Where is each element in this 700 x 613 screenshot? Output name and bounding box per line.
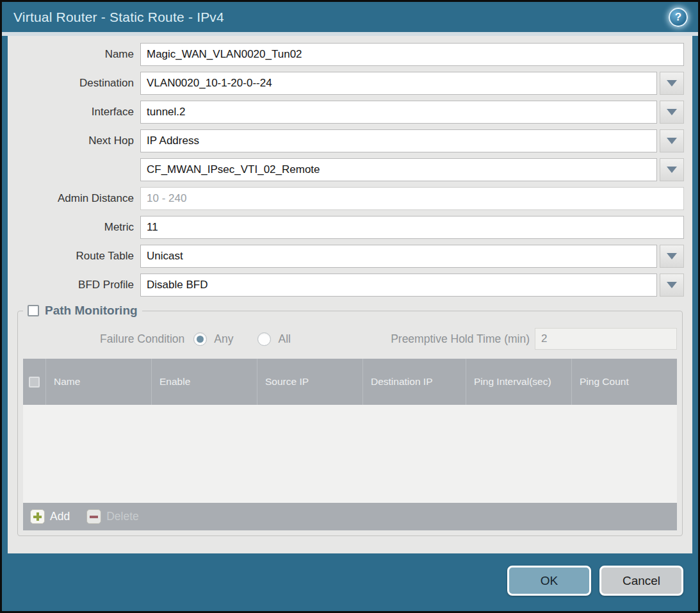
help-icon[interactable]: ?: [669, 8, 688, 27]
path-monitoring-checkbox[interactable]: [28, 305, 39, 316]
form-row-admin-distance: Admin Distance: [16, 187, 684, 210]
route-table-label: Route Table: [16, 250, 140, 263]
form-row-next-hop-address: [16, 158, 684, 181]
next-hop-address-input[interactable]: [140, 158, 657, 181]
dialog-frame: Virtual Router - Static Route - IPv4 ? N…: [0, 0, 700, 613]
name-label: Name: [16, 48, 140, 61]
form-row-bfd-profile: BFD Profile: [16, 274, 684, 297]
table-header-row: Name Enable Source IP Destination IP Pin…: [23, 359, 677, 405]
form-row-metric: Metric: [16, 216, 684, 239]
table-body-empty: [23, 405, 677, 503]
failure-condition-option-any[interactable]: Any: [184, 332, 233, 346]
add-button[interactable]: Add: [30, 509, 70, 524]
column-header-enable[interactable]: Enable: [151, 359, 257, 405]
destination-input[interactable]: [140, 72, 657, 95]
bfd-profile-label: BFD Profile: [16, 279, 140, 291]
dialog-title: Virtual Router - Static Route - IPv4: [13, 10, 224, 25]
dialog-window: Virtual Router - Static Route - IPv4 ? N…: [2, 2, 698, 611]
radio-any-label: Any: [214, 332, 233, 346]
preemptive-hold-time-input[interactable]: [535, 328, 677, 350]
interface-input[interactable]: [140, 101, 657, 124]
path-monitoring-title: Path Monitoring: [45, 304, 138, 318]
delete-button[interactable]: Delete: [86, 509, 139, 524]
path-monitoring-table: Name Enable Source IP Destination IP Pin…: [23, 359, 677, 530]
table-toolbar: Add Delete: [23, 503, 677, 530]
bfd-profile-input[interactable]: [140, 274, 657, 297]
radio-all-icon[interactable]: [257, 332, 271, 346]
add-button-label: Add: [50, 510, 70, 523]
column-header-ping-count[interactable]: Ping Count: [571, 359, 677, 405]
next-hop-type-input[interactable]: [140, 129, 657, 152]
chevron-down-icon: [667, 109, 677, 115]
chevron-down-icon: [667, 253, 677, 259]
form-row-route-table: Route Table: [16, 245, 684, 268]
form-row-name: Name: [16, 43, 684, 66]
interface-label: Interface: [16, 106, 140, 119]
dialog-titlebar: Virtual Router - Static Route - IPv4 ?: [2, 2, 698, 32]
metric-label: Metric: [16, 221, 140, 234]
interface-dropdown-button[interactable]: [660, 101, 684, 124]
name-input[interactable]: [140, 43, 684, 66]
preemptive-hold-time-label: Preemptive Hold Time (min): [391, 332, 535, 346]
failure-condition-option-all[interactable]: All: [248, 332, 290, 346]
column-header-source-ip[interactable]: Source IP: [257, 359, 362, 405]
admin-distance-input[interactable]: [140, 187, 684, 210]
chevron-down-icon: [667, 167, 677, 173]
form-row-destination: Destination: [16, 72, 684, 95]
select-all-checkbox[interactable]: [29, 377, 40, 388]
form-row-interface: Interface: [16, 101, 684, 124]
next-hop-label: Next Hop: [16, 135, 140, 147]
delete-button-label: Delete: [106, 510, 139, 523]
chevron-down-icon: [667, 138, 677, 144]
next-hop-type-dropdown-button[interactable]: [660, 129, 684, 152]
chevron-down-icon: [667, 282, 677, 288]
preemptive-hold-time-group: Preemptive Hold Time (min): [391, 328, 677, 350]
route-table-dropdown-button[interactable]: [660, 245, 684, 268]
destination-dropdown-button[interactable]: [660, 72, 684, 95]
ok-button[interactable]: OK: [507, 566, 591, 596]
radio-any-icon[interactable]: [193, 332, 207, 346]
next-hop-address-dropdown-button[interactable]: [660, 158, 684, 181]
admin-distance-label: Admin Distance: [16, 192, 140, 205]
destination-label: Destination: [16, 77, 140, 90]
chevron-down-icon: [667, 80, 677, 86]
radio-all-label: All: [278, 332, 290, 346]
column-header-ping-interval[interactable]: Ping Interval(sec): [466, 359, 571, 405]
metric-input[interactable]: [140, 216, 684, 239]
route-table-input[interactable]: [140, 245, 657, 268]
plus-icon: [30, 509, 45, 524]
select-all-column-header: [23, 359, 45, 405]
bfd-profile-dropdown-button[interactable]: [660, 274, 684, 297]
minus-icon: [86, 509, 101, 524]
failure-condition-row: Failure Condition Any All Preemptive Hol…: [23, 327, 677, 350]
failure-condition-label: Failure Condition: [100, 332, 184, 346]
column-header-name[interactable]: Name: [45, 359, 151, 405]
path-monitoring-legend: Path Monitoring: [23, 304, 142, 318]
cancel-button[interactable]: Cancel: [599, 566, 683, 596]
path-monitoring-section: Path Monitoring Failure Condition Any Al…: [17, 304, 683, 536]
dialog-body: Name Destination Interface Next Hop: [8, 36, 692, 553]
column-header-destination-ip[interactable]: Destination IP: [362, 359, 466, 405]
form-row-next-hop: Next Hop: [16, 129, 684, 152]
dialog-footer: OK Cancel: [2, 553, 698, 611]
